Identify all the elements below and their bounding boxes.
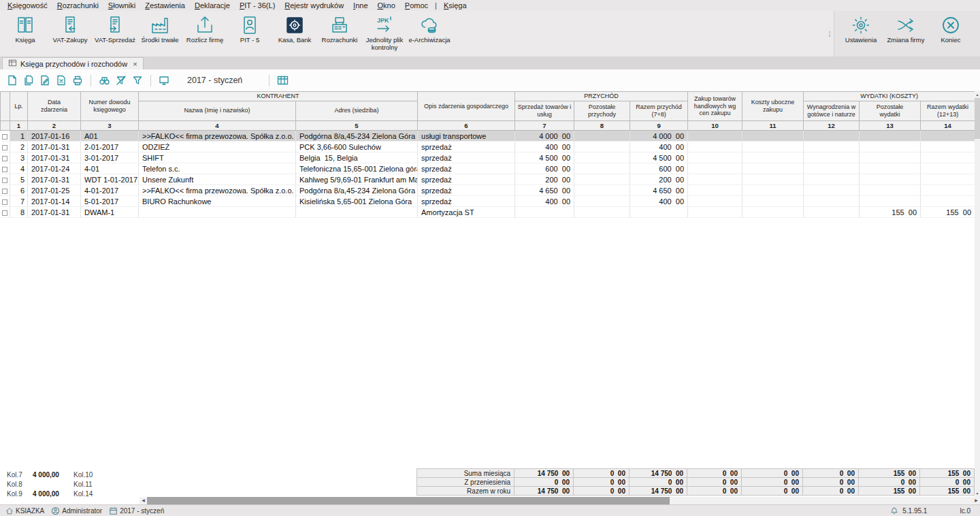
summary-row: Razem w roku14 750 000 0014 750 000 000 … — [417, 487, 975, 496]
print-icon[interactable] — [72, 75, 83, 86]
menu-inne[interactable]: Inne — [348, 1, 372, 10]
status-period: 2017 - styczeń — [109, 506, 164, 515]
toolbar-overflow-handle[interactable]: ⁞ — [826, 11, 834, 57]
exit-icon — [941, 14, 961, 36]
tab-close-icon[interactable]: × — [131, 60, 137, 68]
menu-slowniki[interactable]: Słowniki — [103, 1, 140, 10]
cell-col8-other-income — [574, 174, 630, 185]
preview-icon[interactable] — [159, 75, 169, 86]
scroll-left-arrow-icon[interactable]: ◀ — [140, 497, 147, 504]
header-col12: Wynagrodzenia w gotówce i naturze — [804, 101, 860, 120]
toolbar-button-pit5[interactable]: PIT - 5 — [227, 11, 272, 57]
row-checkbox[interactable] — [2, 199, 7, 205]
cell-col13-other-expenses — [860, 163, 921, 174]
cell-contractor-address: Belgia 15, Belgia — [296, 152, 418, 163]
vertical-scrollbar-thumb[interactable] — [975, 98, 980, 139]
filter-icon[interactable] — [132, 75, 143, 86]
table-row[interactable]: 62017-01-254-01-2017>>FALKO<< firma prze… — [1, 185, 975, 196]
table-row[interactable]: 82017-01-31DWAM-1Amortyzacja ST155 00155… — [1, 207, 975, 218]
menu-zestawienia[interactable]: Zestawienia — [140, 1, 190, 10]
table-row[interactable]: 32017-01-313-01-2017SHIFTBelgia 15, Belg… — [1, 152, 975, 163]
table-row[interactable]: 52017-01-31WDT 1-01-2017Unsere ZukunftKa… — [1, 174, 975, 185]
delete-document-icon[interactable] — [56, 75, 67, 86]
cell-col14-total-expenses — [921, 174, 975, 185]
row-checkbox-cell — [1, 142, 10, 152]
cell-col9-total-income: 600 00 — [630, 163, 688, 174]
toolbar-button-jpk[interactable]: JPK Jednolity plik kontrolny — [362, 11, 407, 57]
horizontal-scrollbar-thumb[interactable] — [147, 497, 670, 504]
vertical-scrollbar-track[interactable] — [975, 139, 980, 490]
scroll-down-arrow-icon[interactable]: ▼ — [975, 490, 980, 497]
toolbar-button-srodki-trwale[interactable]: Środki trwałe — [137, 11, 182, 57]
menu-rozrachunki[interactable]: Rozrachunki — [52, 1, 103, 10]
cell-contractor-address: Telefoniczna 15,65-001 Zielona góra — [296, 163, 418, 174]
toolbar-button-label: VAT-Sprzedaż — [95, 37, 135, 44]
summary-row: Suma miesiąca14 750 000 0014 750 000 000… — [417, 469, 975, 478]
menu-pomoc[interactable]: Pomoc — [400, 1, 433, 10]
cell-date: 2017-01-14 — [28, 196, 81, 207]
new-document-icon[interactable] — [7, 75, 18, 86]
table-row[interactable]: 42017-01-244-01Telefon s.c.Telefoniczna … — [1, 163, 975, 174]
cell-col10-goods-purchase — [688, 131, 742, 142]
status-company: KSIAZKA — [5, 506, 44, 515]
copy-document-icon[interactable] — [23, 75, 34, 86]
cell-col9-total-income: 400 00 — [630, 142, 688, 152]
menu-ksiegowosc[interactable]: Księgowość — [3, 1, 52, 10]
toolbar-button-vat-sprzedaz[interactable]: VAT-Sprzedaż — [93, 11, 137, 57]
row-checkbox[interactable] — [2, 189, 7, 194]
status-user: Administrator — [51, 506, 102, 515]
scroll-up-arrow-icon[interactable]: ▲ — [975, 91, 980, 98]
row-checkbox[interactable] — [2, 178, 7, 183]
toolbar-button-ksiega[interactable]: Księga — [3, 11, 48, 57]
cell-col10-goods-purchase — [688, 163, 742, 174]
header-doc-number: Numer dowodu księgowego — [81, 92, 139, 121]
ledger-tbody: 12017-01-16A01>>FALKO<< firma przewozowa… — [1, 131, 975, 218]
row-checkbox-cell — [1, 131, 10, 142]
filter-clear-icon[interactable] — [116, 75, 127, 86]
toolbar-button-zmiana-firmy[interactable]: Zmiana firmy — [883, 11, 928, 57]
tab-ksiega-przychodow[interactable]: Księga przychodów i rozchodów × — [2, 57, 144, 69]
vertical-scrollbar[interactable]: ▲ ▼ — [975, 91, 980, 497]
row-checkbox[interactable] — [2, 210, 7, 216]
menu-ksiega[interactable]: Księga — [439, 1, 472, 10]
table-row[interactable]: 22017-01-312-01-2017ODZIEŻPCK 3,66-600 S… — [1, 142, 975, 152]
column-totals-panel: Kol.7 4 000,00 Kol.10 Kol.8 Kol.11 Kol.9… — [0, 468, 416, 497]
toolbar-button-ustawienia[interactable]: Ustawienia — [838, 11, 883, 57]
toolbar-button-rozrachunki[interactable]: Rozrachunki — [317, 11, 362, 57]
toolbar-button-kasa-bank[interactable]: Kasa, Bank — [272, 11, 317, 57]
swap-arrows-icon — [896, 14, 916, 36]
toolbar-button-rozlicz-firme[interactable]: Rozlicz firmę — [182, 11, 227, 57]
row-checkbox[interactable] — [2, 145, 7, 150]
cell-col9-total-income: 200 00 — [630, 174, 688, 185]
row-checkbox[interactable] — [2, 167, 7, 172]
menu-deklaracje[interactable]: Deklaracje — [190, 1, 235, 10]
toolbar-button-e-archiwizacja[interactable]: e-Archiwizacja — [407, 11, 452, 57]
toolbar-right-group: Ustawienia Zmiana firmy Koniec — [834, 11, 980, 57]
toolbar-button-vat-zakupy[interactable]: VAT-Zakupy — [48, 11, 93, 57]
row-checkbox[interactable] — [2, 156, 7, 161]
cell-date: 2017-01-31 — [28, 174, 81, 185]
scroll-right-arrow-icon[interactable]: ▶ — [973, 497, 980, 504]
horizontal-scrollbar[interactable]: ◀ ▶ — [140, 497, 980, 504]
search-binoculars-icon[interactable] — [99, 75, 110, 86]
totals-area: Kol.7 4 000,00 Kol.10 Kol.8 Kol.11 Kol.9… — [0, 468, 975, 497]
edit-document-icon[interactable] — [39, 75, 50, 86]
total-label: Kol.7 — [7, 470, 29, 480]
table-row[interactable]: 12017-01-16A01>>FALKO<< firma przewozowa… — [1, 131, 975, 142]
table-columns-icon[interactable] — [277, 75, 289, 86]
table-row[interactable]: 72017-01-145-01-2017BIURO RachunkoweKisi… — [1, 196, 975, 207]
cell-contractor-name: Telefon s.c. — [139, 163, 296, 174]
toolbar-button-koniec[interactable]: Koniec — [928, 11, 973, 57]
cell-contractor-name: SHIFT — [139, 152, 296, 163]
total-label: Kol.9 — [7, 489, 29, 499]
row-checkbox[interactable] — [2, 134, 7, 140]
menu-okno[interactable]: Okno — [373, 1, 400, 10]
menu-rejestr-wydrukow[interactable]: Rejestr wydruków — [280, 1, 348, 10]
cell-col8-other-income — [574, 207, 630, 218]
cell-doc-number: 4-01 — [81, 163, 139, 174]
menu-pit36l[interactable]: PIT - 36(L) — [235, 1, 280, 10]
cell-date: 2017-01-25 — [28, 185, 81, 196]
total-label: Kol.8 — [7, 480, 29, 489]
cell-col11-side-costs — [742, 152, 804, 163]
cell-lp: 8 — [10, 207, 28, 218]
